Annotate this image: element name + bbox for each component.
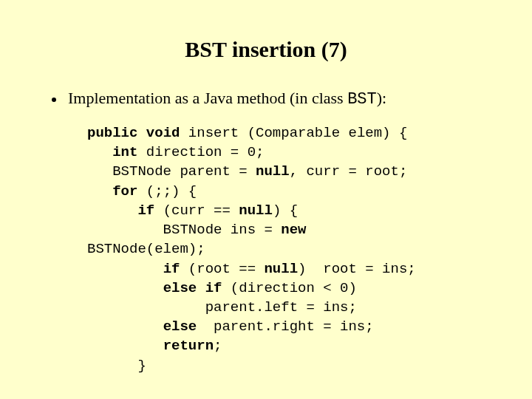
slide: BST insertion (7) Implementation as a Ja… [0,0,532,399]
t: BSTNode(elem); [87,241,205,257]
kw-if: if [163,261,180,277]
t: insert (Comparable elem) { [180,125,407,141]
t: (root == [180,261,264,277]
t: , curr = root; [290,163,408,180]
t: BSTNode parent = [87,163,256,180]
bullet-pre: Implementation as a Java method (in clas… [68,89,347,107]
t: (direction < 0) [222,280,356,296]
kw-null: null [256,163,290,180]
t [197,280,205,296]
t [87,183,112,200]
t [87,338,163,354]
kw-else: else [163,318,197,335]
bullet-item: Implementation as a Java method (in clas… [52,89,502,109]
t [87,261,163,277]
bullet-dot-icon [52,98,56,102]
kw-new: new [281,222,306,238]
kw-public: public [87,125,137,141]
t: ) { [273,202,298,219]
kw-if: if [137,202,154,219]
t: parent.left = ins; [87,299,357,316]
t: ) root = ins; [298,261,416,277]
kw-if: if [205,280,222,296]
t: (;;) { [137,183,197,200]
kw-return: return [163,338,214,354]
t [137,125,146,141]
slide-title: BST insertion (7) [30,37,502,62]
code-block: public void insert (Comparable elem) { i… [87,123,502,375]
t [87,144,112,160]
kw-for: for [112,183,137,200]
kw-int: int [112,144,137,160]
bullet-mono: BST [347,90,377,109]
bullet-text: Implementation as a Java method (in clas… [68,89,386,109]
t: } [87,358,146,374]
kw-else: else [163,280,197,296]
kw-null: null [239,202,273,219]
t: ; [214,338,222,354]
t [87,280,163,296]
t [87,202,137,219]
kw-void: void [146,125,180,141]
bullet-post: ): [377,89,386,107]
t: parent.right = ins; [197,318,373,335]
kw-null: null [264,261,298,277]
t: BSTNode ins = [87,222,281,238]
t: (curr == [154,202,239,219]
t: direction = 0; [137,144,264,160]
t [87,318,163,335]
